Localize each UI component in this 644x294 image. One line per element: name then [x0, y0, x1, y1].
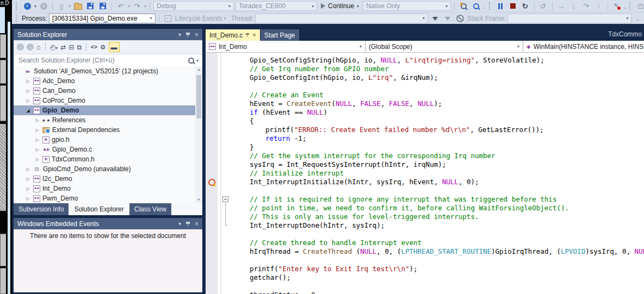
editor-tab-int-demo-c[interactable]: Int_Demo.c×	[206, 29, 260, 41]
redo-button[interactable]: ↷	[132, 1, 143, 11]
toolbar-overflow-icon[interactable]: ‗	[624, 4, 626, 9]
tree-collapsed-arrow-icon[interactable]: ▷	[25, 196, 31, 201]
tree-collapsed-arrow-icon[interactable]: ▷	[25, 98, 31, 103]
project-dropdown[interactable]: ++ Int_Demo ▾	[206, 41, 366, 52]
search-options-caret-icon[interactable]: ▾	[196, 58, 199, 63]
tree-collapsed-arrow-icon[interactable]: ▷	[25, 186, 31, 191]
lifecycle-events-button[interactable]: ≡	[163, 13, 174, 24]
forward-button[interactable]: ›	[27, 43, 34, 51]
save-button[interactable]	[85, 1, 96, 11]
code-text[interactable]: Gpio_SetConfigString(hGpio, io, NULL, L"…	[234, 56, 644, 294]
tree-item-i2c-demo[interactable]: ▷++I2c_Demo	[14, 174, 195, 184]
sync-with-active-document-button[interactable]: ⇄	[60, 43, 66, 51]
search-input[interactable]	[17, 56, 186, 65]
clipped-tab-label[interactable]: TdxCommo	[608, 30, 644, 38]
member-dropdown[interactable]: ◈ WinMain(HINSTANCE instance, HINS	[523, 41, 644, 52]
tool-tab-subversion-info[interactable]: Subversion Info	[14, 203, 69, 215]
pending-changes-filter-button[interactable]: ◴▾	[50, 43, 58, 51]
events-panel-titlebar[interactable]: Windows Embedded Events ▾ ×	[14, 218, 202, 229]
tree-expanded-arrow-icon[interactable]: ◢	[25, 108, 31, 113]
tree-item-gpiocmd-demo-unavailable[interactable]: ▷⧉GpioCmd_Demo (unavailable)	[14, 164, 195, 174]
tree-collapsed-arrow-icon[interactable]: ▷	[34, 128, 40, 133]
break-all-button[interactable]	[495, 1, 506, 11]
close-icon[interactable]: ×	[252, 32, 256, 38]
tree-item-solution-all-demos-vs2015-12-projects[interactable]: ∞Solution 'All_Demos_VS2015' (12 project…	[14, 66, 195, 76]
save-all-button[interactable]	[97, 1, 108, 11]
home-button[interactable]: ⌂	[36, 43, 41, 51]
tool-tab-solution-explorer[interactable]: Solution Explorer	[69, 203, 128, 215]
pin-icon[interactable]	[186, 221, 190, 227]
tree-collapsed-arrow-icon[interactable]: ▷	[34, 137, 40, 142]
tree-item-tdxcommon-h[interactable]: ▷hTdxCommon.h	[14, 154, 195, 164]
tree-item-gpio-h[interactable]: ▷hgpio.h	[14, 135, 195, 145]
tree-collapsed-arrow-icon[interactable]: ▷	[25, 167, 31, 172]
window-position-caret-icon[interactable]: ▾	[178, 221, 181, 227]
collapse-all-button[interactable]: ⊟	[69, 43, 74, 51]
navigate-forward-button[interactable]: ›	[38, 1, 49, 11]
code-changes-button[interactable]: ✎	[611, 1, 622, 11]
toolbar-grip[interactable]	[489, 2, 492, 10]
undo-button[interactable]: ↶	[115, 1, 126, 11]
process-combo[interactable]: [306315334] Gpio_Demo.exe ▾	[49, 14, 156, 23]
window-position-caret-icon[interactable]: ▾	[178, 32, 181, 37]
toolbar-grip[interactable]	[629, 2, 632, 10]
navigate-back-button[interactable]: ‹	[22, 1, 33, 11]
undo-caret-icon[interactable]: ▾	[128, 4, 130, 9]
outlining-margin[interactable]	[221, 53, 233, 294]
scrollbar-thumb[interactable]	[196, 75, 201, 118]
solution-explorer-titlebar[interactable]: Solution Explorer ▾ ×	[14, 29, 202, 40]
tree-collapsed-arrow-icon[interactable]: ▷	[34, 157, 40, 162]
properties-pages-button[interactable]: ⧉	[77, 43, 82, 51]
platform-combo[interactable]: Toradex_CE800 ▾	[236, 1, 317, 11]
scroll-up-icon[interactable]: ▲	[195, 66, 202, 73]
scope-dropdown[interactable]: (Global Scope) ▾	[366, 41, 523, 52]
show-next-statement-button[interactable]: →	[556, 1, 567, 11]
tree-item-external-dependencies[interactable]: ▷External Dependencies	[14, 125, 195, 135]
back-button[interactable]: ‹	[17, 43, 24, 51]
new-file-caret-icon[interactable]: ▾	[69, 4, 71, 9]
diagnostic-tools-button[interactable]	[470, 1, 481, 11]
open-file-button[interactable]	[72, 1, 83, 11]
tree-collapsed-arrow-icon[interactable]: ▷	[25, 177, 31, 182]
tree-scrollbar[interactable]: ▲ ▼	[195, 66, 202, 203]
breakpoint-warning-icon[interactable]	[208, 179, 215, 186]
chevron-down-icon[interactable]: ▾	[224, 16, 226, 21]
tree-collapsed-arrow-icon[interactable]: ▷	[34, 118, 40, 123]
close-icon[interactable]: ×	[195, 32, 199, 38]
tree-collapsed-arrow-icon[interactable]: ▷	[25, 79, 31, 84]
tree-collapsed-arrow-icon[interactable]: ▷	[25, 89, 31, 93]
new-file-button[interactable]: ▯	[56, 1, 67, 11]
suspend-threads-button[interactable]	[455, 13, 466, 24]
pin-icon[interactable]	[246, 33, 249, 37]
preview-selected-items-button[interactable]: ▬	[109, 42, 120, 52]
thread-combo[interactable]: ▾	[255, 14, 428, 23]
tree-item-adc-demo[interactable]: ▷++Adc_Demo	[14, 76, 195, 86]
thread-filter-button[interactable]	[430, 13, 441, 24]
detach-mode-combo[interactable]: Native Only ▾	[363, 1, 451, 11]
close-icon[interactable]: ×	[195, 221, 199, 227]
attach-process-button[interactable]	[458, 1, 469, 11]
stack-frame-combo[interactable]: ▾	[507, 14, 631, 23]
refresh-button[interactable]: ↺	[538, 1, 549, 11]
toolbar-overflow-icon[interactable]: ‗	[636, 16, 639, 21]
solution-config-combo[interactable]: Debug ▾	[153, 1, 234, 11]
navigate-back-caret-icon[interactable]: ▾	[34, 4, 36, 9]
lifecycle-events-label[interactable]: Lifecycle Events	[175, 15, 222, 22]
toolbar-grip[interactable]	[16, 15, 18, 22]
step-over-button[interactable]: ↷	[581, 1, 592, 11]
tree-item-coproc-demo[interactable]: ▷++CoProc_Demo	[14, 96, 195, 105]
tool-tab-class-view[interactable]: Class View	[129, 203, 171, 215]
code-editor[interactable]: Gpio_SetConfigString(hGpio, io, NULL, L"…	[206, 53, 644, 294]
stop-debugging-button[interactable]	[507, 1, 518, 11]
redo-caret-icon[interactable]: ▾	[144, 4, 146, 9]
continue-button[interactable]: Continue ▾	[319, 2, 361, 10]
toolbar-overflow-icon[interactable]: ‗	[483, 4, 485, 9]
tree-collapsed-arrow-icon[interactable]: ▷	[34, 147, 40, 152]
tree-item-can-demo[interactable]: ▷++Can_Demo	[14, 86, 195, 96]
tree-item-gpio-demo[interactable]: ◢++Gpio_Demo	[14, 105, 195, 115]
show-threads-button[interactable]: ⊡	[635, 1, 644, 11]
properties-button[interactable]: ⚙	[100, 43, 106, 51]
tree-item-gpio-demo-c[interactable]: ▷++Gpio_Demo.c	[14, 145, 195, 154]
toolbar-grip[interactable]	[16, 2, 18, 10]
tree-item-references[interactable]: ▷■-■References	[14, 115, 195, 125]
